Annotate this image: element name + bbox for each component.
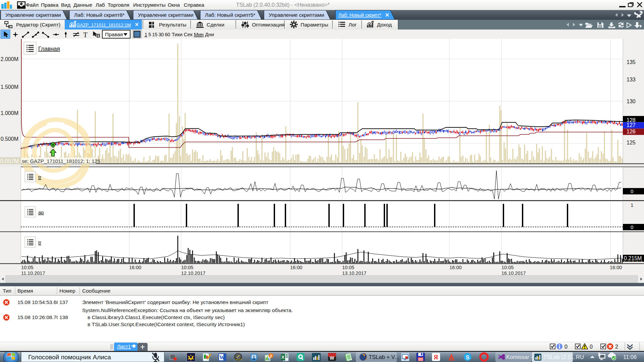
svg-text:125: 125 — [627, 140, 636, 145]
svg-text:0.500M: 0.500M — [1, 136, 18, 142]
svg-text:10:05: 10:05 — [21, 265, 33, 270]
svg-text:в TSLab.User.Script.Execute(IC: в TSLab.User.Script.Execute(IContext con… — [88, 321, 245, 327]
svg-text:135: 135 — [627, 59, 636, 65]
svg-text:130: 130 — [627, 99, 636, 104]
svg-text:Лаб: Новый скрипт*: Лаб: Новый скрипт* — [338, 12, 382, 18]
svg-text:Элемент 'ВнешнийСкрипт' содерж: Элемент 'ВнешнийСкрипт' содержит ошибку:… — [82, 299, 268, 305]
svg-text:0.057M: 0.057M — [0, 158, 19, 164]
svg-text:Номер: Номер — [59, 288, 75, 294]
svg-text:Управление скриптами: Управление скриптами — [138, 12, 194, 18]
svg-text:Результаты: Результаты — [159, 22, 186, 27]
svg-text:138: 138 — [59, 314, 68, 320]
svg-text:0: 0 — [590, 344, 593, 350]
svg-text:Лаб: Новый скрипт5*: Лаб: Новый скрипт5* — [205, 12, 255, 18]
svg-text:Доход: Доход — [377, 22, 392, 27]
svg-text:0: 0 — [631, 188, 633, 194]
svg-text:Тики Сек Мин Дни: Тики Сек Мин Дни — [172, 32, 214, 37]
svg-text:137: 137 — [59, 299, 68, 305]
svg-text:16.10.2017: 16.10.2017 — [501, 270, 526, 276]
svg-text:Лог: Лог — [348, 22, 357, 27]
svg-text:X: X — [281, 355, 284, 360]
svg-text:11.10.2017: 11.10.2017 — [21, 270, 45, 276]
svg-text:0: 0 — [565, 344, 568, 350]
svg-text:1 5 15 30 60: 1 5 15 30 60 — [145, 32, 170, 37]
svg-text:W: W — [330, 355, 334, 361]
svg-text:10:05: 10:05 — [501, 265, 514, 270]
svg-text:Лаб: Новый скрипт8*: Лаб: Новый скрипт8* — [74, 12, 124, 18]
svg-text:GAZP_171011_181012:1M: GAZP_171011_181012:1M — [76, 22, 131, 27]
svg-text:TSLab (2.0...: TSLab (2.0... — [543, 354, 575, 360]
svg-text:16:00: 16:00 — [129, 265, 141, 270]
svg-text:Тип: Тип — [3, 288, 11, 294]
svg-text:System.NullReferenceException:: System.NullReferenceException: Ссылка на… — [82, 307, 293, 313]
svg-text:tr: tr — [38, 174, 41, 180]
svg-text:12.10.2017: 12.10.2017 — [181, 270, 206, 276]
svg-text:mc24: mc24 — [235, 358, 242, 361]
svg-text:16:00: 16:00 — [610, 265, 622, 270]
svg-text:11:06: 11:06 — [623, 354, 637, 360]
svg-text:Время: Время — [17, 288, 33, 294]
svg-text:126: 126 — [627, 129, 636, 134]
svg-text:127: 127 — [627, 122, 636, 128]
svg-text:Главная: Главная — [38, 46, 60, 52]
svg-text:133: 133 — [627, 77, 636, 82]
svg-text:T: T — [83, 31, 88, 39]
svg-text:RU: RU — [576, 354, 584, 360]
svg-text:в ClassLibrary3.Class1.Execute: в ClassLibrary3.Class1.Execute(IContext … — [88, 314, 225, 320]
svg-text:10:05: 10:05 — [181, 265, 193, 270]
svg-text:2: 2 — [615, 344, 618, 350]
svg-text:1: 1 — [631, 202, 633, 208]
svg-text:se; GAZP_171011_181012; 1; 125: se; GAZP_171011_181012; 1; 125 — [22, 158, 100, 164]
svg-text:Управление скриптами: Управление скриптами — [269, 12, 324, 18]
svg-text:16:00: 16:00 — [290, 265, 302, 270]
svg-text:1.000M: 1.000M — [1, 110, 18, 116]
svg-text:Оптимизация: Оптимизация — [252, 22, 284, 27]
svg-text:S: S — [466, 354, 470, 361]
svg-text:W: W — [219, 355, 225, 360]
svg-text:Голосовой помощник Алиса: Голосовой помощник Алиса — [28, 354, 111, 361]
svg-text:TSLab + V...: TSLab + V... — [369, 354, 399, 360]
svg-text:Сделки: Сделки — [207, 22, 224, 27]
svg-text:ap: ap — [38, 209, 44, 215]
svg-text:13.10.2017: 13.10.2017 — [342, 270, 367, 276]
svg-text:16:00: 16:00 — [449, 265, 462, 270]
svg-text:Лист1: Лист1 — [117, 344, 131, 349]
svg-text:Сообщение: Сообщение — [82, 288, 110, 294]
svg-text:Я: Я — [434, 354, 438, 361]
svg-text:10:05: 10:05 — [342, 265, 354, 270]
svg-text:2: 2 — [270, 354, 272, 358]
svg-text:15.08 10:54:53.687: 15.08 10:54:53.687 — [17, 299, 62, 305]
svg-text:Редактор (Скрипт): Редактор (Скрипт) — [16, 22, 60, 27]
svg-text:Управление скриптами: Управление скриптами — [5, 12, 61, 18]
svg-text:Параметры: Параметры — [301, 22, 328, 27]
svg-text:tr: tr — [38, 240, 41, 245]
svg-text:Правая: Правая — [105, 32, 123, 37]
svg-text:0: 0 — [631, 224, 633, 230]
svg-text:15.08 10:26:08.703: 15.08 10:26:08.703 — [17, 314, 62, 320]
svg-text:1.500M: 1.500M — [1, 84, 18, 90]
svg-text:2.000M: 2.000M — [1, 56, 18, 62]
svg-text:0.215M: 0.215M — [624, 255, 642, 261]
